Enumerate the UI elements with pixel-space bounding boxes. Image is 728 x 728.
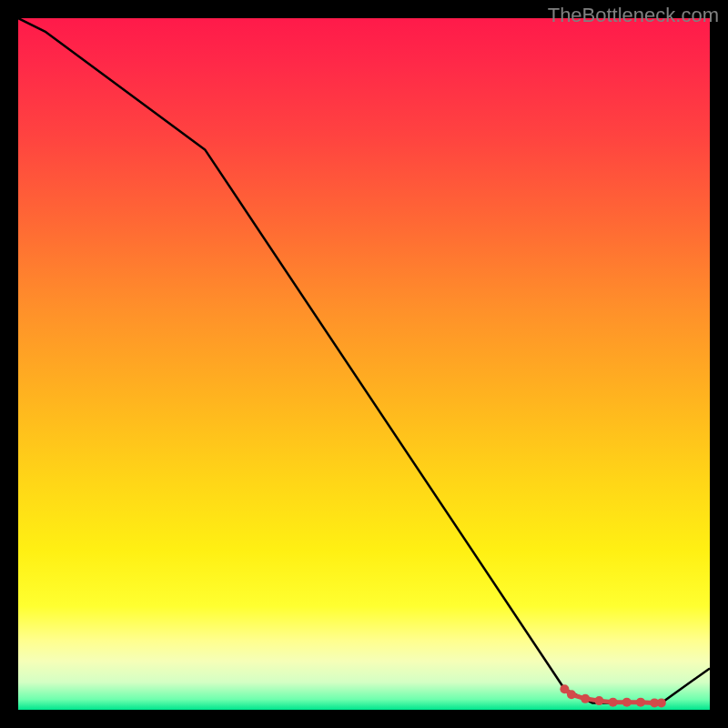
- highlight-dot: [622, 698, 632, 707]
- highlight-dot: [567, 690, 576, 699]
- highlight-dot: [636, 698, 645, 707]
- main-curve-path: [18, 18, 710, 703]
- chart-svg: [18, 18, 710, 710]
- highlight-dot: [657, 698, 666, 707]
- chart-container: TheBottleneck.com: [0, 0, 728, 728]
- watermark-text: TheBottleneck.com: [548, 4, 719, 27]
- highlight-dot: [594, 696, 603, 705]
- highlight-dot: [581, 694, 590, 703]
- highlight-markers: [560, 684, 665, 707]
- highlight-dot: [609, 698, 618, 707]
- series-main-curve: [18, 18, 710, 703]
- plot-area: [18, 18, 710, 710]
